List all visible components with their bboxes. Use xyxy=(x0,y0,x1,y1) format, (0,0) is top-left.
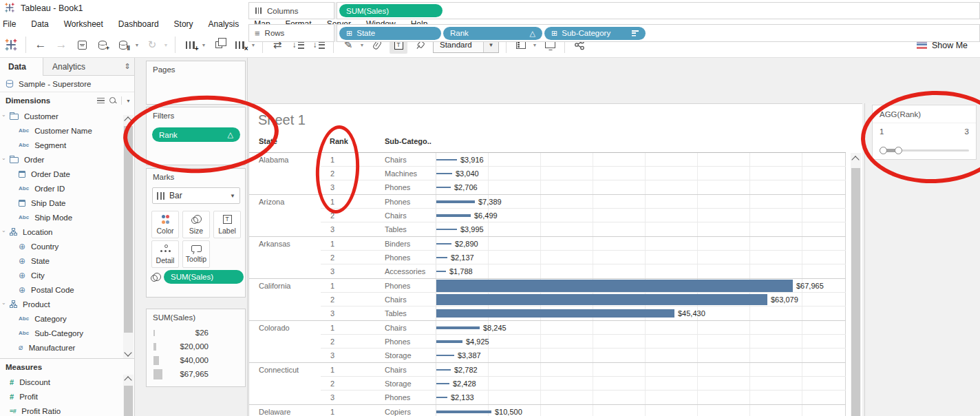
pill-sum-sales-columns[interactable]: SUM(Sales) xyxy=(339,4,443,17)
bar-cell[interactable]: $7,389 xyxy=(436,195,846,209)
bar-cell[interactable]: $10,500 xyxy=(436,405,846,416)
new-worksheet-icon[interactable]: + xyxy=(182,36,198,54)
subcategory-cell[interactable]: Storage xyxy=(383,349,436,362)
state-label[interactable]: Colorado xyxy=(249,321,321,335)
detail-button[interactable]: Detail xyxy=(151,240,179,268)
bar[interactable] xyxy=(436,340,462,342)
bar[interactable] xyxy=(436,187,451,189)
subcategory-cell[interactable]: Machines xyxy=(383,167,436,180)
field-segment[interactable]: AbcSegment xyxy=(0,138,123,152)
bar[interactable] xyxy=(436,214,471,217)
clear-sheet-icon[interactable]: × xyxy=(231,36,248,54)
field-city[interactable]: ⊕City xyxy=(0,268,123,282)
collapse-caret-icon[interactable]: ⌄ xyxy=(1,112,6,118)
pane-swap-icon[interactable]: ⇕ xyxy=(120,58,134,75)
slider-handle-low[interactable] xyxy=(880,147,887,154)
bar[interactable] xyxy=(436,173,452,175)
field-order[interactable]: ⌄Order xyxy=(0,152,123,167)
state-label[interactable] xyxy=(249,180,321,194)
rank-cell[interactable]: 1 xyxy=(321,195,383,209)
subcategory-cell[interactable]: Chairs xyxy=(383,153,436,167)
bar-cell[interactable]: $67,965 xyxy=(436,279,846,293)
save-icon[interactable] xyxy=(74,36,90,54)
field-location[interactable]: ⌄Location xyxy=(0,225,123,239)
subcategory-cell[interactable]: Copiers xyxy=(383,405,436,416)
bar[interactable] xyxy=(436,159,457,161)
state-label[interactable] xyxy=(249,377,321,391)
rank-cell[interactable]: 1 xyxy=(321,363,383,377)
bar[interactable] xyxy=(436,280,793,292)
size-legend-card[interactable]: SUM(Sales) $26$20,000$40,000$67,965 xyxy=(146,309,246,387)
bar-cell[interactable]: $2,137 xyxy=(436,251,846,264)
rank-cell[interactable]: 1 xyxy=(321,237,383,251)
field-state[interactable]: ⊕State xyxy=(0,253,123,268)
state-label[interactable] xyxy=(249,349,321,362)
size-legend-item[interactable]: $67,965 xyxy=(147,367,245,381)
measure-discount[interactable]: #Discount xyxy=(0,375,123,389)
mark-type-dropdown[interactable]: Bar ▼ xyxy=(152,187,240,204)
bar-cell[interactable]: $3,387 xyxy=(436,349,846,362)
bar[interactable] xyxy=(436,229,457,231)
bar[interactable] xyxy=(436,410,491,413)
subcategory-cell[interactable]: Phones xyxy=(383,335,436,349)
field-country[interactable]: ⊕Country xyxy=(0,239,123,253)
menu-analysis[interactable]: Analysis xyxy=(201,17,247,32)
menu-worksheet[interactable]: Worksheet xyxy=(56,17,111,32)
measure-profit[interactable]: #Profit xyxy=(0,389,123,404)
tooltip-button[interactable]: Tooltip xyxy=(182,240,210,268)
menu-file[interactable]: File xyxy=(0,17,23,32)
label-button[interactable]: T Label xyxy=(213,211,241,238)
field-product[interactable]: ⌄Product xyxy=(0,297,123,311)
filter-pill-rank[interactable]: Rank △ xyxy=(152,127,240,142)
state-label[interactable]: Connecticut xyxy=(249,363,321,377)
columns-shelf-area[interactable]: SUM(Sales) xyxy=(337,2,980,19)
subcategory-cell[interactable]: Chairs xyxy=(383,293,436,306)
size-encoding[interactable]: SUM(Sales) xyxy=(151,270,244,284)
parameter-slider[interactable] xyxy=(880,145,969,155)
field-ship-mode[interactable]: AbcShip Mode xyxy=(0,210,123,225)
subcategory-cell[interactable]: Tables xyxy=(383,222,436,236)
subcategory-cell[interactable]: Phones xyxy=(383,180,436,194)
subcategory-cell[interactable]: Phones xyxy=(383,195,436,209)
bar-cell[interactable]: $1,788 xyxy=(436,264,846,278)
bar-cell[interactable]: $63,079 xyxy=(436,293,846,306)
bar[interactable] xyxy=(436,355,454,357)
subcategory-cell[interactable]: Accessories xyxy=(383,264,436,278)
color-button[interactable]: Color xyxy=(151,211,179,238)
measures-scrollbar[interactable] xyxy=(123,375,134,416)
bar-cell[interactable]: $3,040 xyxy=(436,167,846,180)
subcategory-cell[interactable]: Tables xyxy=(383,306,436,320)
rank-cell[interactable]: 3 xyxy=(321,349,383,362)
subcategory-cell[interactable]: Phones xyxy=(383,279,436,293)
state-label[interactable] xyxy=(249,293,321,306)
collapse-caret-icon[interactable]: ⌄ xyxy=(1,300,6,306)
tableau-logo-button[interactable] xyxy=(3,36,19,54)
run-update-dropdown[interactable]: ▼ xyxy=(162,36,169,54)
state-label[interactable] xyxy=(249,222,321,236)
new-data-source-icon[interactable]: + xyxy=(94,36,111,54)
rank-cell[interactable]: 1 xyxy=(321,321,383,335)
menu-data[interactable]: Data xyxy=(23,17,56,32)
state-label[interactable]: California xyxy=(249,279,321,293)
state-label[interactable]: Arizona xyxy=(249,195,321,209)
marks-card[interactable]: Marks Bar ▼ Color Size T Label xyxy=(146,168,246,298)
state-label[interactable] xyxy=(249,306,321,320)
dimensions-scrollbar[interactable] xyxy=(123,115,134,358)
menu-dashboard[interactable]: Dashboard xyxy=(111,17,167,32)
rank-cell[interactable]: 2 xyxy=(321,377,383,391)
data-source-connection[interactable]: Sample - Superstore xyxy=(0,76,134,92)
field-category[interactable]: AbcCategory xyxy=(0,311,123,326)
bar-cell[interactable]: $3,995 xyxy=(436,222,846,236)
tab-data[interactable]: Data xyxy=(0,58,43,76)
subcategory-cell[interactable]: Chairs xyxy=(383,321,436,335)
undo-icon[interactable]: ← xyxy=(32,36,49,54)
state-label[interactable]: Alabama xyxy=(249,153,321,167)
field-postal-code[interactable]: ⊕Postal Code xyxy=(0,282,123,297)
state-label[interactable] xyxy=(249,251,321,264)
rank-cell[interactable]: 1 xyxy=(321,153,383,167)
bar-cell[interactable]: $2,428 xyxy=(436,377,846,391)
subcategory-cell[interactable]: Chairs xyxy=(383,363,436,377)
rows-shelf-area[interactable]: ⊞ State Rank △ ⊞ Sub-Category xyxy=(337,24,980,42)
pages-card[interactable]: Pages xyxy=(146,61,246,105)
bar[interactable] xyxy=(436,326,480,329)
